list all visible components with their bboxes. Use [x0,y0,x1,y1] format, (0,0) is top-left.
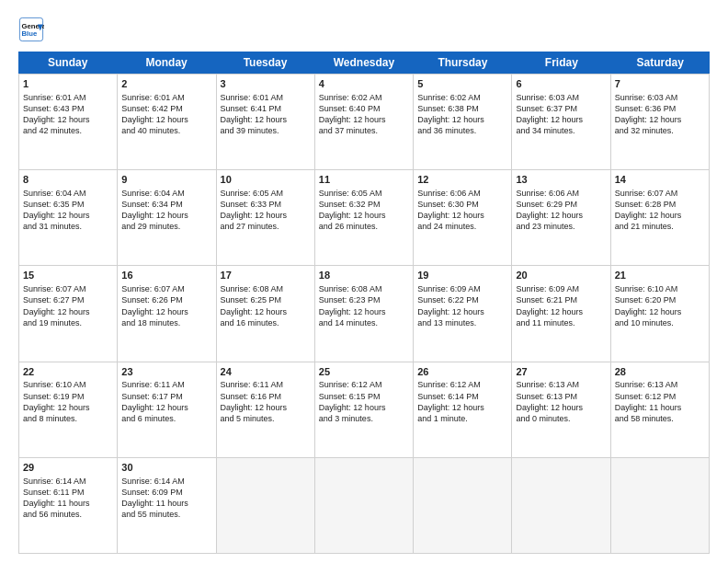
cell-info: Sunrise: 6:07 AMSunset: 6:26 PMDaylight:… [121,283,211,328]
cell-info: Sunrise: 6:08 AMSunset: 6:25 PMDaylight:… [221,283,311,328]
day-number: 30 [121,461,211,475]
cell-info: Sunrise: 6:12 AMSunset: 6:15 PMDaylight:… [319,379,409,424]
cell-info: Sunrise: 6:07 AMSunset: 6:27 PMDaylight:… [23,283,113,328]
day-number: 15 [23,269,113,282]
calendar-cell: 30Sunrise: 6:14 AMSunset: 6:09 PMDayligh… [118,458,216,553]
cell-info: Sunrise: 6:01 AMSunset: 6:41 PMDaylight:… [221,92,311,137]
calendar-cell: 20Sunrise: 6:09 AMSunset: 6:21 PMDayligh… [512,266,610,361]
calendar-cell [414,458,512,553]
day-number: 3 [221,77,311,91]
cell-info: Sunrise: 6:11 AMSunset: 6:16 PMDaylight:… [221,379,311,424]
weekday-header: Friday [512,52,610,74]
day-number: 20 [516,269,606,282]
day-number: 13 [516,173,606,187]
day-number: 28 [615,365,705,379]
calendar-header: SundayMondayTuesdayWednesdayThursdayFrid… [18,52,710,74]
cell-info: Sunrise: 6:03 AMSunset: 6:37 PMDaylight:… [516,92,606,137]
day-number: 17 [221,269,311,282]
cell-info: Sunrise: 6:13 AMSunset: 6:12 PMDaylight:… [615,379,705,424]
header: General Blue [18,17,710,42]
day-number: 26 [417,365,507,379]
weekday-header: Saturday [611,52,710,74]
calendar-row: 1Sunrise: 6:01 AMSunset: 6:43 PMDaylight… [19,74,710,169]
day-number: 22 [23,365,113,379]
logo: General Blue [18,17,48,42]
weekday-header: Monday [117,52,215,74]
cell-info: Sunrise: 6:01 AMSunset: 6:42 PMDaylight:… [121,92,211,137]
calendar-body: 1Sunrise: 6:01 AMSunset: 6:43 PMDaylight… [18,74,710,554]
svg-text:Blue: Blue [22,29,38,38]
calendar-cell: 24Sunrise: 6:11 AMSunset: 6:16 PMDayligh… [217,362,315,457]
cell-info: Sunrise: 6:01 AMSunset: 6:43 PMDaylight:… [23,92,113,137]
calendar-cell: 26Sunrise: 6:12 AMSunset: 6:14 PMDayligh… [414,362,512,457]
day-number: 27 [516,365,606,379]
calendar-cell: 14Sunrise: 6:07 AMSunset: 6:28 PMDayligh… [611,170,710,265]
calendar-cell: 21Sunrise: 6:10 AMSunset: 6:20 PMDayligh… [611,266,710,361]
calendar-cell: 7Sunrise: 6:03 AMSunset: 6:36 PMDaylight… [611,75,710,169]
day-number: 24 [221,365,311,379]
calendar-row: 8Sunrise: 6:04 AMSunset: 6:35 PMDaylight… [19,169,710,265]
calendar-cell: 11Sunrise: 6:05 AMSunset: 6:32 PMDayligh… [315,170,414,265]
calendar-cell: 5Sunrise: 6:02 AMSunset: 6:38 PMDaylight… [414,75,512,169]
cell-info: Sunrise: 6:05 AMSunset: 6:32 PMDaylight:… [319,188,409,233]
cell-info: Sunrise: 6:05 AMSunset: 6:33 PMDaylight:… [221,188,311,233]
day-number: 4 [319,77,409,91]
cell-info: Sunrise: 6:13 AMSunset: 6:13 PMDaylight:… [516,379,606,424]
day-number: 10 [221,173,311,187]
day-number: 25 [319,365,409,379]
calendar-row: 29Sunrise: 6:14 AMSunset: 6:11 PMDayligh… [19,457,710,553]
weekday-header: Wednesday [314,52,413,74]
calendar-cell: 1Sunrise: 6:01 AMSunset: 6:43 PMDaylight… [19,75,118,169]
calendar-cell: 13Sunrise: 6:06 AMSunset: 6:29 PMDayligh… [512,170,610,265]
cell-info: Sunrise: 6:07 AMSunset: 6:28 PMDaylight:… [615,188,705,233]
day-number: 6 [516,77,606,91]
day-number: 8 [23,173,113,187]
calendar-cell: 15Sunrise: 6:07 AMSunset: 6:27 PMDayligh… [19,266,118,361]
calendar-cell [611,458,710,553]
day-number: 21 [615,269,705,282]
calendar-cell: 4Sunrise: 6:02 AMSunset: 6:40 PMDaylight… [315,75,414,169]
cell-info: Sunrise: 6:10 AMSunset: 6:20 PMDaylight:… [615,283,705,328]
calendar-cell [217,458,315,553]
weekday-header: Tuesday [216,52,314,74]
calendar-cell: 25Sunrise: 6:12 AMSunset: 6:15 PMDayligh… [315,362,414,457]
cell-info: Sunrise: 6:10 AMSunset: 6:19 PMDaylight:… [23,379,113,424]
calendar-cell: 10Sunrise: 6:05 AMSunset: 6:33 PMDayligh… [217,170,315,265]
day-number: 7 [615,77,705,91]
calendar-cell: 29Sunrise: 6:14 AMSunset: 6:11 PMDayligh… [19,458,118,553]
cell-info: Sunrise: 6:04 AMSunset: 6:35 PMDaylight:… [23,188,113,233]
calendar-cell: 8Sunrise: 6:04 AMSunset: 6:35 PMDaylight… [19,170,118,265]
calendar-cell: 3Sunrise: 6:01 AMSunset: 6:41 PMDaylight… [217,75,315,169]
weekday-header: Sunday [18,52,117,74]
day-number: 18 [319,269,409,282]
day-number: 11 [319,173,409,187]
day-number: 16 [121,269,211,282]
day-number: 9 [121,173,211,187]
day-number: 12 [417,173,507,187]
calendar-cell: 28Sunrise: 6:13 AMSunset: 6:12 PMDayligh… [611,362,710,457]
calendar-cell [512,458,610,553]
cell-info: Sunrise: 6:12 AMSunset: 6:14 PMDaylight:… [417,379,507,424]
calendar-cell: 19Sunrise: 6:09 AMSunset: 6:22 PMDayligh… [414,266,512,361]
calendar-row: 15Sunrise: 6:07 AMSunset: 6:27 PMDayligh… [19,265,710,361]
cell-info: Sunrise: 6:14 AMSunset: 6:11 PMDaylight:… [23,476,113,521]
logo-icon: General Blue [18,17,44,42]
calendar-cell: 6Sunrise: 6:03 AMSunset: 6:37 PMDaylight… [512,75,610,169]
calendar-cell [315,458,414,553]
cell-info: Sunrise: 6:09 AMSunset: 6:22 PMDaylight:… [417,283,507,328]
weekday-header: Thursday [414,52,512,74]
cell-info: Sunrise: 6:11 AMSunset: 6:17 PMDaylight:… [121,379,211,424]
cell-info: Sunrise: 6:02 AMSunset: 6:40 PMDaylight:… [319,92,409,137]
cell-info: Sunrise: 6:06 AMSunset: 6:30 PMDaylight:… [417,188,507,233]
calendar-cell: 16Sunrise: 6:07 AMSunset: 6:26 PMDayligh… [118,266,216,361]
calendar-cell: 18Sunrise: 6:08 AMSunset: 6:23 PMDayligh… [315,266,414,361]
cell-info: Sunrise: 6:14 AMSunset: 6:09 PMDaylight:… [121,476,211,521]
calendar-cell: 23Sunrise: 6:11 AMSunset: 6:17 PMDayligh… [118,362,216,457]
calendar: SundayMondayTuesdayWednesdayThursdayFrid… [18,52,710,554]
cell-info: Sunrise: 6:03 AMSunset: 6:36 PMDaylight:… [615,92,705,137]
cell-info: Sunrise: 6:09 AMSunset: 6:21 PMDaylight:… [516,283,606,328]
day-number: 19 [417,269,507,282]
calendar-cell: 12Sunrise: 6:06 AMSunset: 6:30 PMDayligh… [414,170,512,265]
cell-info: Sunrise: 6:06 AMSunset: 6:29 PMDaylight:… [516,188,606,233]
day-number: 23 [121,365,211,379]
